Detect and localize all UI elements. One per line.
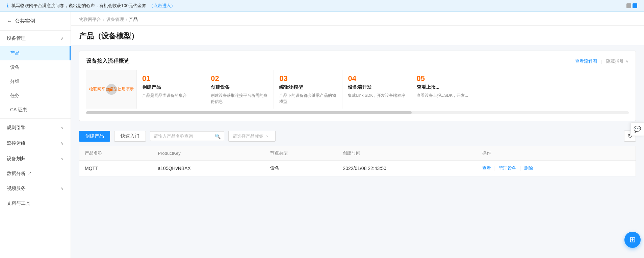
tag-select-placeholder: 请选择产品标签 [233,133,263,139]
action-manage-btn[interactable]: 管理设备 [499,166,516,171]
sidebar-group-rule-engine[interactable]: 规则引擎 ∨ [0,120,71,136]
step-number-1: 01 [142,74,200,83]
back-arrow-icon: ← [7,18,12,24]
breadcrumb-sep-2: / [126,17,127,22]
cell-node-type: 设备 [265,161,338,176]
sidebar-item-task[interactable]: 任务 [0,89,71,103]
step-desc-1: 产品是同品类设备的集合 [142,92,200,98]
sidebar-group-device-mgmt[interactable]: 设备管理 ∧ [0,31,71,46]
search-icon: 🔍 [215,134,221,139]
step-title-3: 编辑物模型 [279,84,337,90]
step-number-4: 04 [348,74,405,83]
create-product-button[interactable]: 创建产品 [79,131,110,142]
chevron-up-icon: ∧ [61,36,64,41]
step-desc-5: 查看设备上报...SDK，开发... [417,92,474,98]
action-sep-2: | [520,165,521,171]
sidebar-group-video[interactable]: 视频服务 ∨ [0,181,71,196]
action-view-btn[interactable]: 查看 [482,166,491,171]
flow-with-thumbnail: 物联网平台模型使用演示 ▶ 01 创建产品 产品是同品类设备的集合 02 创建设… [86,70,629,109]
breadcrumb-item-device-mgmt[interactable]: 设备管理 [106,17,124,23]
content-area: 物联网平台 / 设备管理 / 产品 产品（设备模型） 设备接入流程概览 查看流程… [71,12,644,258]
search-input-wrap: 🔍 [150,131,224,141]
step-desc-2: 创建设备获取连接平台所需的身份信息 [211,92,268,105]
action-delete-btn[interactable]: 删除 [524,166,533,171]
notification-link[interactable]: （点击进入） [149,3,175,9]
step-title-4: 设备端开发 [348,84,405,90]
sidebar-rule-label: 规则引擎 [7,125,26,131]
tag-select[interactable]: 请选择产品标签 ∨ [228,131,276,142]
horizontal-scrollbar-thumb[interactable] [86,111,412,114]
col-header-actions: 操作 [477,146,636,161]
breadcrumb-item-product: 产品 [129,17,138,23]
col-header-nodetype: 节点类型 [265,146,338,161]
maximize-btn[interactable] [633,3,637,8]
flow-thumbnail[interactable]: 物联网平台模型使用演示 ▶ [86,70,137,109]
notification-text: 填写物联网平台满意度问卷，说出您的心声，有机会收获100元代金券 [11,3,146,9]
chevron-down-icon-4: ∨ [61,186,64,191]
sidebar-group-monitor[interactable]: 监控运维 ∨ [0,136,71,151]
flow-step-2: 02 创建设备 创建设备获取连接平台所需的身份信息 [205,70,274,109]
sidebar-divider-1 [0,118,71,119]
view-flow-link[interactable]: 查看流程图 [575,58,597,64]
chat-icon: 💬 [634,125,641,133]
sidebar-group-device-assign[interactable]: 设备划归 ∨ [0,151,71,167]
float-qr-btn[interactable]: ⊞ [624,232,641,248]
quick-start-button[interactable]: 快速入门 [114,131,146,142]
product-table: 产品名称 ProductKey 节点类型 创建时间 操作 MQTT a105QH… [79,146,636,176]
sidebar: ← 公共实例 设备管理 ∧ 产品 设备 分组 任务 CA 证书 规则引擎 ∨ 监… [0,12,71,258]
step-number-2: 02 [211,74,268,83]
flow-card-actions: 查看流程图 | 隐藏指引 ∧ [575,58,629,64]
sidebar-monitor-label: 监控运维 [7,140,26,146]
cell-created-at: 2022/01/08 22:43:50 [337,161,476,176]
search-input[interactable] [154,132,215,141]
col-header-created: 创建时间 [337,146,476,161]
col-header-productkey: ProductKey [153,146,265,161]
sidebar-item-docs[interactable]: 文档与工具 [0,196,71,210]
sidebar-back-label: 公共实例 [15,18,35,24]
flow-card-title: 设备接入流程概览 [86,58,129,65]
main-content: 设备接入流程概览 查看流程图 | 隐藏指引 ∧ 物联网平台模型使用演示 ▶ [71,45,644,258]
step-number-5: 05 [417,74,474,83]
action-sep-1: | [494,165,495,171]
breadcrumb-item-iot[interactable]: 物联网平台 [79,17,101,23]
step-number-3: 03 [279,74,337,83]
sidebar-assign-label: 设备划归 [7,156,26,162]
flow-overview-card: 设备接入流程概览 查看流程图 | 隐藏指引 ∧ 物联网平台模型使用演示 ▶ [79,51,636,121]
breadcrumb-sep-1: / [103,17,104,22]
sidebar-item-data-analysis[interactable]: 数据分析 ↗ [0,167,71,181]
chevron-down-icon-2: ∨ [61,141,64,146]
sidebar-item-device[interactable]: 设备 [0,60,71,75]
chevron-down-icon-1: ∨ [61,125,64,130]
flow-action-divider: | [601,59,602,64]
step-desc-4: 集成Link SDK，开发设备端程序 [348,92,405,98]
sidebar-section-device-mgmt: 设备管理 ∧ 产品 设备 分组 任务 CA 证书 [0,31,71,117]
cell-product-name: MQTT [79,161,153,176]
sidebar-item-group[interactable]: 分组 [0,75,71,89]
sidebar-item-product[interactable]: 产品 [0,46,71,60]
cell-product-key: a105QHvNBAX [153,161,265,176]
flow-card-header: 设备接入流程概览 查看流程图 | 隐藏指引 ∧ [86,58,629,65]
toolbar: 创建产品 快速入门 🔍 请选择产品标签 ∨ ↻ [79,126,636,146]
info-icon: ℹ [7,3,9,9]
flow-step-5: 05 查看上报... 查看设备上报...SDK，开发... [411,70,480,109]
sidebar-item-ca[interactable]: CA 证书 [0,103,71,117]
breadcrumb: 物联网平台 / 设备管理 / 产品 [71,12,644,26]
flow-step-3: 03 编辑物模型 产品下的设备都会继承产品的物模型 [274,70,342,109]
step-desc-3: 产品下的设备都会继承产品的物模型 [279,92,337,105]
float-chat-btn[interactable]: 💬 [630,122,644,136]
cell-actions: 查看 | 管理设备 | 删除 [477,161,636,176]
sidebar-back-btn[interactable]: ← 公共实例 [0,12,71,31]
notification-bar: ℹ 填写物联网平台满意度问卷，说出您的心声，有机会收获100元代金券 （点击进入… [0,0,644,12]
page-title: 产品（设备模型） [71,26,644,45]
horizontal-scrollbar-track[interactable] [86,111,629,114]
play-button[interactable]: ▶ [106,84,117,95]
hide-guide-btn[interactable]: 隐藏指引 ∧ [606,58,629,64]
minimize-btn[interactable] [626,3,631,8]
flow-step-4: 04 设备端开发 集成Link SDK，开发设备端程序 [342,70,411,109]
table-row: MQTT a105QHvNBAX 设备 2022/01/08 22:43:50 … [79,161,636,176]
sidebar-video-label: 视频服务 [7,185,26,192]
step-title-2: 创建设备 [211,84,268,90]
flow-step-1: 01 创建产品 产品是同品类设备的集合 [137,70,205,109]
qr-icon: ⊞ [629,235,636,244]
step-title-5: 查看上报... [417,84,474,90]
